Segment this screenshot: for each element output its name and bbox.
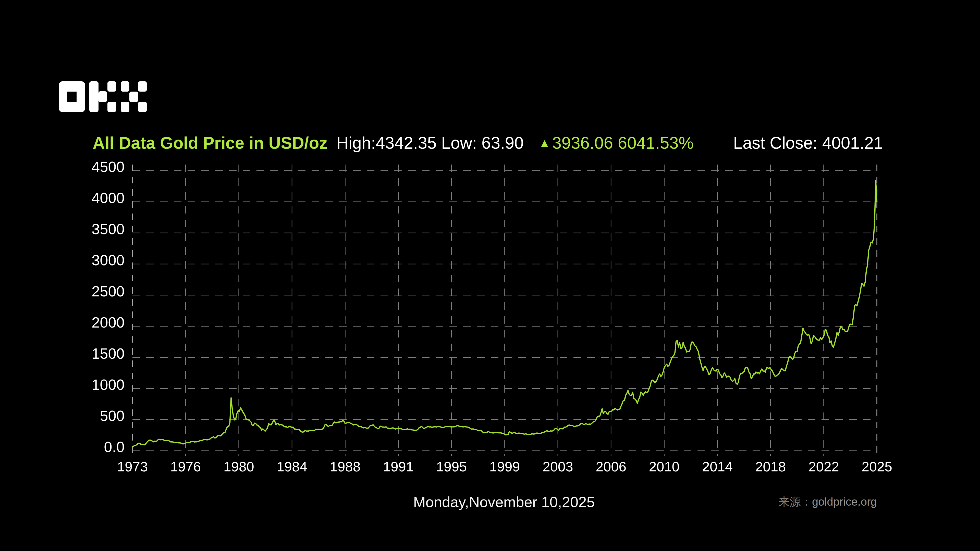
x-tick-label: 2003 — [527, 459, 589, 475]
y-tick-label: 2500 — [30, 283, 124, 300]
source-link[interactable]: goldprice.org — [812, 495, 877, 508]
x-tick-label: 1976 — [155, 459, 216, 475]
x-tick-label: 1988 — [314, 459, 375, 475]
x-tick-label: 2014 — [687, 459, 748, 475]
y-tick-label: 0.0 — [30, 438, 124, 455]
y-tick-label: 1500 — [30, 345, 124, 362]
y-tick-label: 3000 — [30, 251, 124, 268]
page-background: All Data Gold Price in USD/oz High:4342.… — [0, 0, 980, 551]
x-tick-label: 2018 — [740, 459, 801, 475]
y-tick-label: 1000 — [30, 376, 124, 393]
x-tick-label: 1995 — [421, 459, 482, 475]
y-tick-label: 2000 — [30, 314, 124, 331]
x-tick-label: 1984 — [261, 459, 323, 475]
source-credit: 来源：goldprice.org — [778, 494, 877, 510]
x-tick-label: 2022 — [793, 459, 854, 475]
x-tick-label: 1991 — [368, 459, 429, 475]
x-tick-label: 2010 — [634, 459, 695, 475]
footer-date: Monday,November 10,2025 — [300, 493, 708, 510]
x-tick-label: 1973 — [102, 459, 163, 475]
y-tick-label: 3500 — [30, 221, 124, 238]
x-tick-label: 1980 — [208, 459, 269, 475]
y-tick-label: 4000 — [30, 189, 124, 206]
y-tick-label: 4500 — [30, 158, 124, 175]
x-tick-label: 2025 — [846, 459, 907, 475]
x-tick-label: 2006 — [580, 459, 641, 475]
source-label: 来源： — [778, 495, 812, 508]
x-tick-label: 1999 — [474, 459, 535, 475]
y-tick-label: 500 — [30, 407, 124, 424]
